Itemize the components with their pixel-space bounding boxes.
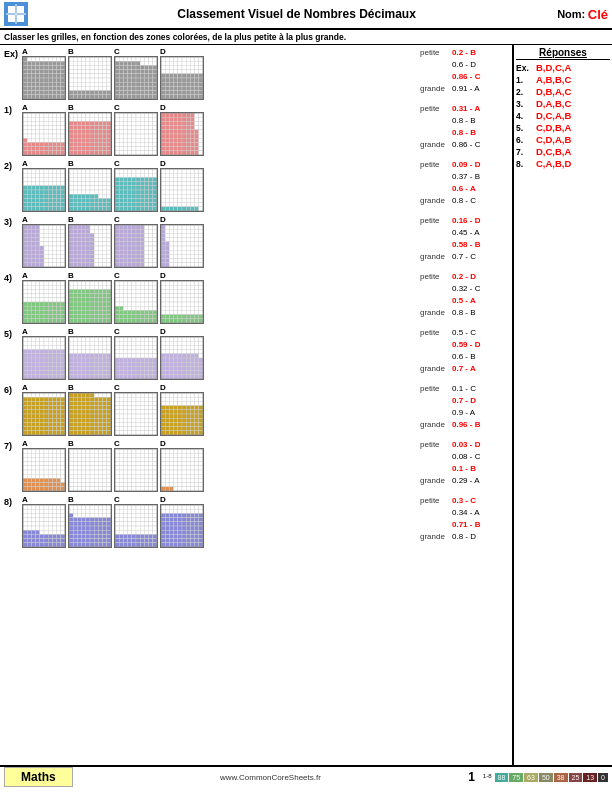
grid-label: B xyxy=(68,159,74,168)
footer-stats: 1-8887563503825130 xyxy=(483,773,608,782)
grid-label: B xyxy=(68,439,74,448)
grid-label: C xyxy=(114,47,120,56)
response-item: 3.D,A,B,C xyxy=(516,98,610,109)
value-row: grande0.8 - C xyxy=(420,195,510,207)
grid-item: A xyxy=(22,215,66,268)
value-row: petite0.2 - B xyxy=(420,47,510,59)
size-label: grande xyxy=(420,83,452,95)
value-row: grande0.7 - C xyxy=(420,251,510,263)
grid-label: C xyxy=(114,439,120,448)
grid-label: C xyxy=(114,495,120,504)
problem-label: 5) xyxy=(4,327,22,339)
values-area: petite0.16 - D0.45 - A0.58 - Bgrande0.7 … xyxy=(420,215,510,263)
grid-label: A xyxy=(22,439,28,448)
problem-label: Ex) xyxy=(4,47,22,59)
grid-item: C xyxy=(114,159,158,212)
value-text: 0.29 - A xyxy=(452,475,480,487)
value-text: 0.32 - C xyxy=(452,283,480,295)
value-text: 0.6 - A xyxy=(452,183,476,195)
grid-label: C xyxy=(114,383,120,392)
value-text: 0.37 - B xyxy=(452,171,480,183)
problem-row: 4)ABCDpetite0.2 - D0.32 - C0.5 - Agrande… xyxy=(4,271,510,324)
value-text: 0.7 - C xyxy=(452,251,476,263)
grid-item: B xyxy=(68,439,112,492)
value-text: 0.71 - B xyxy=(452,519,480,531)
value-text: 0.7 - D xyxy=(452,395,476,407)
value-text: 0.3 - C xyxy=(452,495,476,507)
size-label: grande xyxy=(420,307,452,319)
value-row: petite0.09 - D xyxy=(420,159,510,171)
svg-rect-0 xyxy=(8,6,15,13)
response-item: 4.D,C,A,B xyxy=(516,110,610,121)
value-row: 0.7 - D xyxy=(420,395,510,407)
problem-row: 3)ABCDpetite0.16 - D0.45 - A0.58 - Bgran… xyxy=(4,215,510,268)
grid-item: B xyxy=(68,327,112,380)
grid-item: C xyxy=(114,327,158,380)
value-row: grande0.29 - A xyxy=(420,475,510,487)
values-area: petite0.2 - D0.32 - C0.5 - Agrande0.8 - … xyxy=(420,271,510,319)
problem-row: 2)ABCDpetite0.09 - D0.37 - B0.6 - Agrand… xyxy=(4,159,510,212)
grid-item: D xyxy=(160,271,204,324)
svg-rect-3 xyxy=(17,15,24,22)
page-title: Classement Visuel de Nombres Décimaux xyxy=(36,7,557,21)
grid-item: D xyxy=(160,495,204,548)
value-row: petite0.03 - D xyxy=(420,439,510,451)
value-row: 0.08 - C xyxy=(420,451,510,463)
value-text: 0.8 - D xyxy=(452,531,476,543)
stat-box: 0 xyxy=(598,773,608,782)
problem-label: 4) xyxy=(4,271,22,283)
value-text: 0.8 - B xyxy=(452,307,476,319)
cle-label: Clé xyxy=(588,7,608,22)
value-row: 0.32 - C xyxy=(420,283,510,295)
grid-label: A xyxy=(22,47,28,56)
grids-area: ABCD xyxy=(22,439,416,492)
value-text: 0.8 - B xyxy=(452,127,476,139)
grids-area: ABCD xyxy=(22,495,416,548)
svg-rect-2 xyxy=(8,15,15,22)
value-text: 0.31 - A xyxy=(452,103,480,115)
grid-item: B xyxy=(68,495,112,548)
value-row: 0.1 - B xyxy=(420,463,510,475)
grid-label: A xyxy=(22,159,28,168)
grid-item: B xyxy=(68,103,112,156)
size-label: petite xyxy=(420,47,452,59)
grid-item: D xyxy=(160,159,204,212)
value-row: 0.9 - A xyxy=(420,407,510,419)
values-area: petite0.03 - D0.08 - C0.1 - Bgrande0.29 … xyxy=(420,439,510,487)
stat-box: 75 xyxy=(509,773,523,782)
value-row: grande0.8 - B xyxy=(420,307,510,319)
grid-item: A xyxy=(22,159,66,212)
size-label: petite xyxy=(420,159,452,171)
logo-icon xyxy=(4,2,28,26)
value-text: 0.8 - B xyxy=(452,115,476,127)
value-text: 0.96 - B xyxy=(452,419,480,431)
value-row: petite0.3 - C xyxy=(420,495,510,507)
value-text: 0.2 - D xyxy=(452,271,476,283)
value-row: petite0.2 - D xyxy=(420,271,510,283)
problem-row: Ex)ABCDpetite0.2 - B0.6 - D0.86 - Cgrand… xyxy=(4,47,510,100)
value-row: 0.6 - D xyxy=(420,59,510,71)
grid-label: D xyxy=(160,383,166,392)
grid-item: D xyxy=(160,327,204,380)
values-area: petite0.3 - C0.34 - A0.71 - Bgrande0.8 -… xyxy=(420,495,510,543)
response-example: Ex.B,D,C,A xyxy=(516,62,610,73)
grid-label: A xyxy=(22,383,28,392)
grid-item: C xyxy=(114,215,158,268)
size-label: petite xyxy=(420,103,452,115)
value-text: 0.59 - D xyxy=(452,339,480,351)
grid-label: B xyxy=(68,47,74,56)
value-row: 0.5 - A xyxy=(420,295,510,307)
grids-area: ABCD xyxy=(22,215,416,268)
size-label: petite xyxy=(420,327,452,339)
grid-item: A xyxy=(22,327,66,380)
grid-label: B xyxy=(68,271,74,280)
grid-item: C xyxy=(114,439,158,492)
value-row: grande0.96 - B xyxy=(420,419,510,431)
grid-item: A xyxy=(22,47,66,100)
values-area: petite0.09 - D0.37 - B0.6 - Agrande0.8 -… xyxy=(420,159,510,207)
grid-item: D xyxy=(160,215,204,268)
value-row: petite0.5 - C xyxy=(420,327,510,339)
size-label: grande xyxy=(420,419,452,431)
footer: Maths www.CommonCoreSheets.fr 1 1-888756… xyxy=(0,765,612,787)
value-row: 0.45 - A xyxy=(420,227,510,239)
